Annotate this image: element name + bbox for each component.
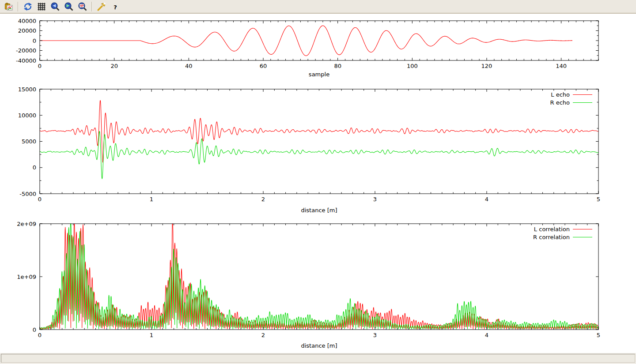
svg-text:-5000: -5000 bbox=[19, 191, 36, 197]
svg-text:20000: 20000 bbox=[18, 27, 36, 34]
status-bar bbox=[1, 354, 635, 363]
svg-text:0: 0 bbox=[33, 164, 36, 171]
refresh-icon bbox=[23, 2, 33, 11]
svg-text:140: 140 bbox=[556, 63, 567, 69]
footer bbox=[0, 353, 636, 364]
wrench-icon bbox=[97, 2, 106, 11]
svg-text:0: 0 bbox=[33, 38, 36, 44]
svg-text:2e+09: 2e+09 bbox=[17, 221, 36, 227]
svg-text:L echo: L echo bbox=[551, 91, 570, 98]
chart-1[interactable]: 020406080100120140-40000-200000200004000… bbox=[16, 18, 598, 78]
plot-border bbox=[40, 224, 598, 330]
svg-text:5: 5 bbox=[597, 332, 600, 338]
svg-text:4: 4 bbox=[485, 332, 488, 338]
toolbar-separator bbox=[18, 2, 19, 11]
svg-text:4: 4 bbox=[485, 196, 488, 203]
svg-text:80: 80 bbox=[334, 63, 341, 69]
legend: L correlationR correlation bbox=[533, 226, 592, 240]
svg-text:R echo: R echo bbox=[550, 99, 570, 106]
svg-text:-40000: -40000 bbox=[16, 57, 36, 64]
svg-text:R correlation: R correlation bbox=[533, 234, 570, 240]
help-button[interactable]: ? bbox=[109, 1, 121, 12]
autoscale-button[interactable] bbox=[76, 1, 88, 12]
svg-text:0: 0 bbox=[38, 63, 42, 69]
zoom-autoscale-icon bbox=[78, 2, 87, 11]
svg-text:100: 100 bbox=[407, 63, 418, 69]
svg-text:40: 40 bbox=[185, 63, 193, 69]
series-pulse bbox=[40, 26, 572, 56]
svg-text:1: 1 bbox=[150, 196, 153, 203]
grid-icon bbox=[37, 2, 46, 11]
svg-text:60: 60 bbox=[260, 63, 267, 69]
zoom-next-button[interactable] bbox=[63, 1, 75, 12]
svg-text:0: 0 bbox=[38, 196, 42, 203]
svg-text:0: 0 bbox=[38, 332, 42, 338]
x-axis-title: distance [m] bbox=[301, 207, 337, 214]
svg-text:-20000: -20000 bbox=[16, 47, 36, 54]
plot-canvas[interactable]: 020406080100120140-40000-200000200004000… bbox=[0, 14, 636, 353]
axis-labels: 020406080100120140-40000-200000200004000… bbox=[16, 18, 567, 78]
axis-ticks bbox=[40, 224, 598, 330]
svg-text:5: 5 bbox=[597, 196, 600, 203]
svg-text:2: 2 bbox=[261, 196, 265, 203]
chart-3[interactable]: 01234501e+092e+09distance [m]L correlati… bbox=[17, 221, 600, 349]
x-axis-title: sample bbox=[309, 71, 329, 78]
svg-text:20: 20 bbox=[110, 63, 118, 69]
replot-button[interactable] bbox=[22, 1, 34, 12]
svg-text:3: 3 bbox=[373, 332, 377, 338]
svg-text:?: ? bbox=[114, 4, 117, 11]
axis-ticks bbox=[40, 89, 598, 194]
legend: L echoR echo bbox=[550, 91, 592, 106]
help-icon: ? bbox=[110, 2, 120, 11]
plot-border bbox=[40, 89, 598, 194]
svg-text:3: 3 bbox=[373, 196, 377, 203]
zoom-previous-icon bbox=[50, 2, 60, 11]
configure-button[interactable] bbox=[95, 1, 107, 12]
series-l-correlation bbox=[40, 224, 598, 330]
svg-text:120: 120 bbox=[481, 63, 492, 69]
axis-labels: 012345-5000050001000015000distance [m] bbox=[18, 86, 601, 214]
svg-text:1e+09: 1e+09 bbox=[17, 274, 36, 280]
svg-text:10000: 10000 bbox=[18, 112, 36, 119]
svg-text:0: 0 bbox=[33, 326, 36, 333]
zoom-previous-button[interactable] bbox=[49, 1, 61, 12]
copy-plot-button[interactable] bbox=[3, 1, 15, 12]
zoom-next-icon bbox=[64, 2, 74, 11]
clipboard-chart-icon bbox=[4, 2, 14, 11]
toolbar-separator bbox=[91, 2, 92, 11]
svg-text:L correlation: L correlation bbox=[534, 226, 570, 233]
toolbar: ? bbox=[0, 0, 636, 14]
svg-text:15000: 15000 bbox=[18, 86, 36, 93]
grid-button[interactable] bbox=[35, 1, 47, 12]
svg-text:1: 1 bbox=[150, 332, 153, 338]
series-r-echo bbox=[40, 131, 598, 179]
x-axis-title: distance [m] bbox=[301, 342, 337, 349]
chart-2[interactable]: 012345-5000050001000015000distance [m]L … bbox=[18, 86, 601, 214]
svg-text:2: 2 bbox=[261, 332, 265, 338]
svg-text:40000: 40000 bbox=[18, 18, 36, 24]
series-r-correlation bbox=[40, 224, 598, 330]
svg-text:5000: 5000 bbox=[22, 138, 36, 145]
